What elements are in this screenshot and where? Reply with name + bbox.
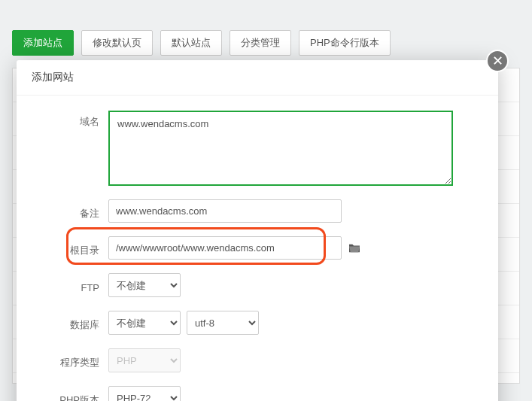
ftp-select[interactable]: 不创建 (108, 273, 181, 297)
program-type-select: PHP (108, 348, 181, 372)
modal-overlay: ✕ 添加网站 域名 备注 根目录 (0, 0, 532, 401)
ftp-label: FTP (39, 278, 99, 293)
root-dir-label: 根目录 (39, 239, 99, 257)
php-version-select[interactable]: PHP-72 (108, 386, 181, 401)
note-input[interactable] (108, 199, 342, 223)
root-dir-input[interactable] (108, 236, 342, 260)
add-site-form: 域名 备注 根目录 (17, 96, 498, 401)
domain-input[interactable] (108, 111, 453, 186)
domain-label: 域名 (39, 111, 99, 129)
modal-title: 添加网站 (17, 60, 498, 96)
close-icon: ✕ (492, 54, 503, 68)
program-type-label: 程序类型 (39, 351, 99, 369)
database-label: 数据库 (39, 314, 99, 332)
charset-select[interactable]: utf-8 (187, 311, 259, 335)
folder-browse-icon[interactable] (348, 243, 361, 254)
close-button[interactable]: ✕ (486, 50, 509, 72)
add-site-modal: ✕ 添加网站 域名 备注 根目录 (17, 60, 498, 401)
database-select[interactable]: 不创建 (108, 311, 181, 335)
php-version-label: PHP版本 (39, 389, 99, 401)
note-label: 备注 (39, 202, 99, 220)
